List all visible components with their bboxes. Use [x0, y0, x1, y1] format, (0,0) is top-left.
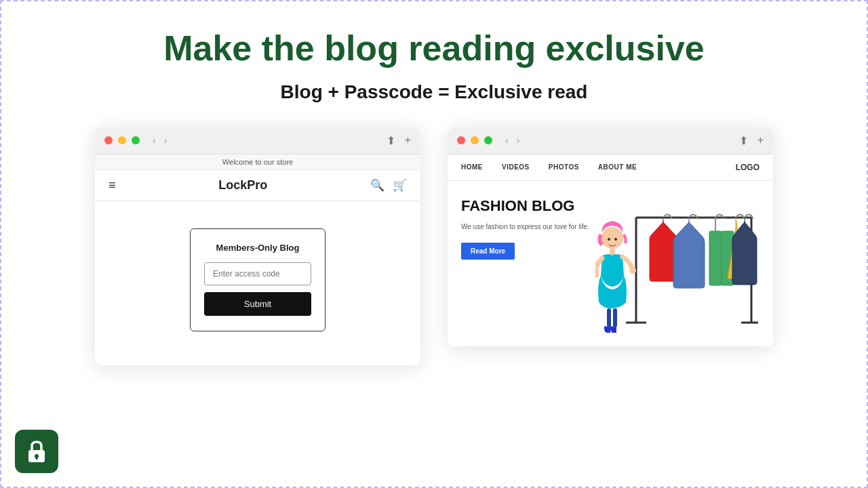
read-more-button[interactable]: Read More — [461, 243, 515, 260]
store-banner: Welcome to our store — [95, 155, 420, 170]
fashion-navbar: HOME VIDEOS PHOTOS ABOUT ME LOGO — [448, 155, 773, 181]
fashion-browser-window: ‹ › ⬆ + HOME VIDEOS PHOTOS ABOUT ME LOGO — [448, 127, 773, 346]
back-arrow[interactable]: ‹ — [151, 135, 158, 146]
fashion-text-block: FASHION BLOG We use fashion to express o… — [461, 197, 595, 260]
fashion-back-arrow[interactable]: ‹ — [503, 135, 511, 146]
fashion-actions: ⬆ + — [739, 134, 764, 147]
lockpro-nav: ‹ › — [151, 135, 169, 146]
fashion-dot-green[interactable] — [484, 136, 492, 144]
nav-home[interactable]: HOME — [461, 163, 483, 171]
passcode-section: Members-Only Blog Submit — [95, 201, 420, 365]
dot-yellow[interactable] — [118, 136, 126, 144]
access-code-input[interactable] — [204, 262, 311, 285]
page-wrapper: Make the blog reading exclusive Blog + P… — [1, 1, 867, 487]
forward-arrow[interactable]: › — [162, 135, 170, 146]
nav-videos[interactable]: VIDEOS — [502, 163, 530, 171]
cart-icon[interactable]: 🛒 — [393, 178, 407, 192]
svg-rect-14 — [613, 308, 617, 327]
svg-point-8 — [601, 227, 623, 249]
lock-icon-svg — [23, 438, 50, 465]
hamburger-icon[interactable]: ≡ — [108, 178, 116, 192]
plus-icon[interactable]: + — [405, 134, 411, 146]
main-title: Make the blog reading exclusive — [163, 28, 705, 69]
fashion-blog-desc: We use fashion to express our love for l… — [461, 222, 595, 232]
fashion-body: HOME VIDEOS PHOTOS ABOUT ME LOGO FASHION… — [448, 155, 773, 346]
svg-rect-17 — [36, 456, 38, 460]
fashion-plus-icon[interactable]: + — [757, 134, 764, 146]
submit-button[interactable]: Submit — [204, 292, 311, 316]
lockpro-browser-window: ‹ › ⬆ + Welcome to our store ≡ LockPro 🔍… — [95, 127, 420, 365]
store-logo: LockPro — [218, 178, 267, 192]
browsers-row: ‹ › ⬆ + Welcome to our store ≡ LockPro 🔍… — [42, 127, 826, 365]
dot-red[interactable] — [104, 136, 113, 144]
card-title: Members-Only Blog — [204, 243, 311, 253]
fashion-logo: LOGO — [736, 163, 760, 172]
fashion-content: FASHION BLOG We use fashion to express o… — [448, 181, 773, 346]
fashion-dot-red[interactable] — [457, 136, 465, 144]
svg-rect-5 — [709, 231, 722, 285]
nav-about[interactable]: ABOUT ME — [598, 163, 637, 171]
passcode-card: Members-Only Blog Submit — [190, 228, 326, 331]
nav-photos[interactable]: PHOTOS — [549, 163, 579, 171]
svg-point-10 — [614, 238, 617, 241]
lockpro-actions: ⬆ + — [387, 134, 411, 147]
dot-green[interactable] — [132, 136, 140, 144]
share-icon[interactable]: ⬆ — [387, 134, 395, 147]
fashion-svg — [595, 197, 758, 333]
fashion-dot-yellow[interactable] — [471, 136, 479, 144]
svg-rect-13 — [607, 308, 611, 327]
lockpro-titlebar: ‹ › ⬆ + — [95, 127, 420, 155]
app-icon[interactable] — [15, 430, 58, 473]
svg-point-9 — [608, 238, 610, 241]
svg-rect-11 — [610, 249, 615, 256]
fashion-blog-title: FASHION BLOG — [461, 197, 595, 215]
fashion-illustration — [595, 197, 760, 333]
lockpro-body: Welcome to our store ≡ LockPro 🔍 🛒 Membe… — [95, 155, 420, 365]
fashion-forward-arrow[interactable]: › — [515, 135, 522, 146]
store-header: ≡ LockPro 🔍 🛒 — [95, 170, 420, 201]
search-icon[interactable]: 🔍 — [370, 178, 384, 192]
fashion-titlebar: ‹ › ⬆ + — [448, 127, 773, 155]
svg-point-12 — [629, 267, 636, 274]
fashion-share-icon[interactable]: ⬆ — [739, 134, 748, 147]
store-icons: 🔍 🛒 — [370, 178, 407, 192]
subtitle: Blog + Passcode = Exclusive read — [281, 81, 588, 103]
fashion-nav-arrows: ‹ › — [503, 135, 521, 146]
